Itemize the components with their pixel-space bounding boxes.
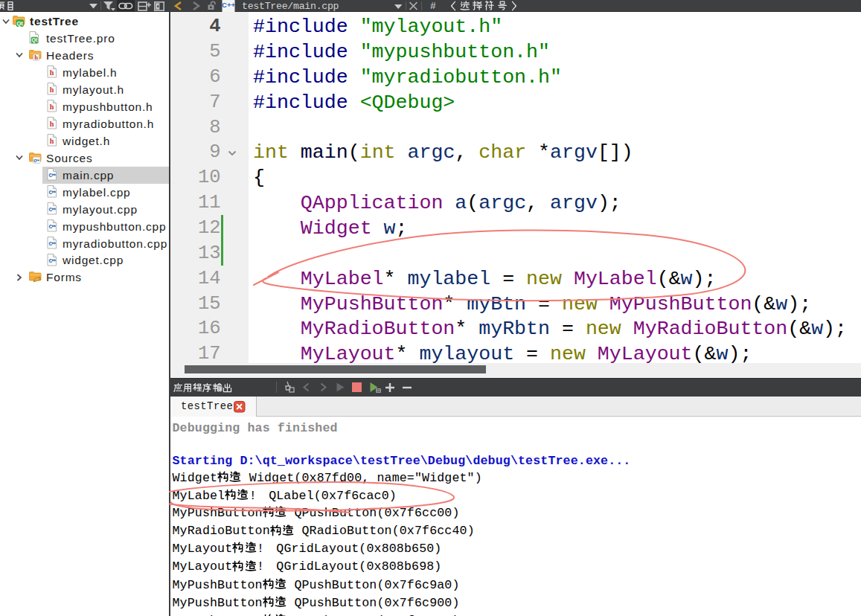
svg-text:Qt: Qt bbox=[31, 37, 37, 43]
svg-text:c: c bbox=[49, 205, 53, 213]
svg-text:h: h bbox=[50, 86, 54, 94]
svg-text:c: c bbox=[49, 240, 53, 247]
svg-text:c: c bbox=[49, 257, 53, 264]
svg-text:Qt: Qt bbox=[17, 20, 24, 27]
svg-text:h: h bbox=[50, 137, 54, 145]
svg-text:h: h bbox=[50, 120, 54, 128]
svg-text:h: h bbox=[50, 68, 54, 77]
svg-text:c: c bbox=[49, 222, 53, 230]
svg-text:C++: C++ bbox=[222, 1, 235, 9]
svg-text:h: h bbox=[50, 103, 54, 111]
svg-text:c: c bbox=[49, 188, 53, 196]
svg-text:c: c bbox=[49, 171, 53, 179]
svg-text:h: h bbox=[34, 54, 38, 61]
